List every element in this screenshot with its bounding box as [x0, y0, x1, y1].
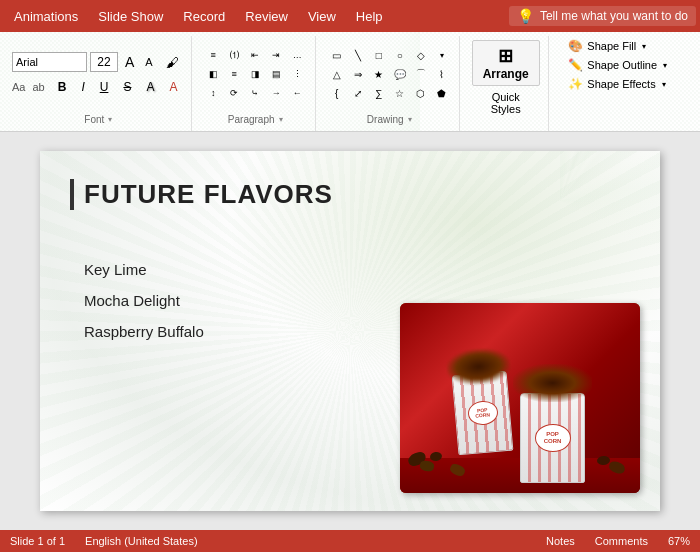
- drawing-section-label: Drawing ▾: [367, 110, 412, 129]
- numbering-btn[interactable]: ⑴: [224, 46, 244, 64]
- shape-extra1[interactable]: ⬡: [411, 84, 431, 102]
- font-family-row: A A 🖌: [12, 52, 185, 73]
- font-aa-label: Aa: [12, 81, 25, 93]
- shape-outline-cmd[interactable]: ✏️ Shape Outline ▾: [565, 57, 670, 73]
- bullet-1: Key Lime: [84, 261, 204, 278]
- star-tool[interactable]: ★: [369, 65, 389, 83]
- decrease-font-btn[interactable]: A: [141, 55, 156, 69]
- menu-record[interactable]: Record: [173, 5, 235, 28]
- menu-bar: Animations Slide Show Record Review View…: [0, 0, 700, 32]
- drawing-grid: ▭ ╲ □ ○ ◇ ▾ △ ⇒ ★ 💬 ⌒ ⌇ { ⤢ ∑ ☆ ⬡ ⬟: [327, 46, 452, 102]
- oval-tool[interactable]: ○: [390, 46, 410, 64]
- font-style-row: Aa ab B I U S A A: [12, 77, 183, 97]
- ribbon: A A 🖌 Aa ab B I U S A A Font ▾ ≡: [0, 32, 700, 132]
- align-center-btn[interactable]: ≡: [224, 65, 244, 83]
- popcorn-image: POPCORN POPCORN: [400, 303, 640, 493]
- italic-btn[interactable]: I: [75, 77, 90, 97]
- justify-btn[interactable]: ▤: [266, 65, 286, 83]
- action-tool[interactable]: ☆: [390, 84, 410, 102]
- comments-btn[interactable]: Comments: [595, 535, 648, 547]
- connector-tool[interactable]: ⤢: [348, 84, 368, 102]
- popcorn-label-right: POPCORN: [535, 424, 571, 452]
- curve-tool[interactable]: ⌒: [411, 65, 431, 83]
- lightbulb-icon: 💡: [517, 8, 534, 24]
- align-right-btn[interactable]: ◨: [245, 65, 265, 83]
- ribbon-shape-section: 🎨 Shape Fill ▾ ✏️ Shape Outline ▾ ✨ Shap…: [553, 36, 683, 131]
- shape-outline-icon: ✏️: [568, 58, 583, 72]
- arrange-controls: ⊞ Arrange Quick Styles: [470, 38, 542, 120]
- shape-effects-label: Shape Effects: [587, 78, 655, 90]
- shape-effects-cmd[interactable]: ✨ Shape Effects ▾: [565, 76, 670, 92]
- font-color-btn[interactable]: A: [163, 77, 183, 97]
- para-more-btn[interactable]: …: [287, 46, 307, 64]
- slide-title: FUTURE FLAVORS: [84, 179, 333, 210]
- shape-extra2[interactable]: ⬟: [432, 84, 452, 102]
- shape-effects-icon: ✨: [568, 77, 583, 91]
- bullet-3: Raspberry Buffalo: [84, 323, 204, 340]
- bracket-tool[interactable]: {: [327, 84, 347, 102]
- more-shapes-btn[interactable]: ▾: [432, 46, 452, 64]
- slide-canvas[interactable]: FUTURE FLAVORS Key Lime Mocha Delight Ra…: [40, 151, 660, 511]
- smartart-btn[interactable]: ⟳: [224, 84, 244, 102]
- paragraph-section-label: Paragraph ▾: [228, 110, 283, 129]
- clear-format-btn[interactable]: 🖌: [160, 52, 185, 73]
- menu-animations[interactable]: Animations: [4, 5, 88, 28]
- font-size-input[interactable]: [90, 52, 118, 72]
- bold-btn[interactable]: B: [52, 77, 73, 97]
- callout-tool[interactable]: 💬: [390, 65, 410, 83]
- slide-area: FUTURE FLAVORS Key Lime Mocha Delight Ra…: [0, 132, 700, 530]
- shape-effects-arrow[interactable]: ▾: [662, 80, 666, 89]
- shape-fill-label: Shape Fill: [587, 40, 636, 52]
- underline-btn[interactable]: U: [94, 77, 115, 97]
- quick-styles-btn[interactable]: Quick Styles: [484, 88, 528, 118]
- menu-review[interactable]: Review: [235, 5, 298, 28]
- status-bar: Slide 1 of 1 English (United States) Not…: [0, 530, 700, 552]
- shadow-btn[interactable]: A: [140, 77, 160, 97]
- increase-font-btn[interactable]: A: [121, 53, 138, 71]
- menu-view[interactable]: View: [298, 5, 346, 28]
- shape-outline-arrow[interactable]: ▾: [663, 61, 667, 70]
- freeform-tool[interactable]: ⌇: [432, 65, 452, 83]
- shape-commands: 🎨 Shape Fill ▾ ✏️ Shape Outline ▾ ✨ Shap…: [565, 38, 670, 92]
- para-expand-icon[interactable]: ▾: [279, 115, 283, 124]
- strikethrough-btn[interactable]: S: [117, 77, 137, 97]
- indent-more-btn[interactable]: ⇥: [266, 46, 286, 64]
- select-tool[interactable]: ▭: [327, 46, 347, 64]
- slide-info: Slide 1 of 1: [10, 535, 65, 547]
- rtl-btn[interactable]: →: [266, 84, 286, 102]
- popcorn-box-left: POPCORN: [452, 371, 514, 455]
- shape-fill-cmd[interactable]: 🎨 Shape Fill ▾: [565, 38, 670, 54]
- ltr-btn[interactable]: ←: [287, 84, 307, 102]
- shape-fill-icon: 🎨: [568, 39, 583, 53]
- arrange-btn[interactable]: ⊞ Arrange: [472, 40, 540, 86]
- menu-slideshow[interactable]: Slide Show: [88, 5, 173, 28]
- rect-tool[interactable]: □: [369, 46, 389, 64]
- paragraph-grid: ≡ ⑴ ⇤ ⇥ … ◧ ≡ ◨ ▤ ⋮ ↕ ⟳ ⤷ → ←: [203, 46, 307, 102]
- cols-btn[interactable]: ⋮: [287, 65, 307, 83]
- ribbon-arrange-section: ⊞ Arrange Quick Styles: [464, 36, 549, 131]
- font-expand-icon[interactable]: ▾: [108, 115, 112, 124]
- menu-help[interactable]: Help: [346, 5, 393, 28]
- bullets-btn[interactable]: ≡: [203, 46, 223, 64]
- font-family-input[interactable]: [12, 52, 87, 72]
- ribbon-drawing-section: ▭ ╲ □ ○ ◇ ▾ △ ⇒ ★ 💬 ⌒ ⌇ { ⤢ ∑ ☆ ⬡ ⬟ Draw: [320, 36, 460, 131]
- slide-title-bar: FUTURE FLAVORS: [70, 179, 333, 210]
- popcorn-scene: POPCORN POPCORN: [400, 303, 640, 493]
- line-spacing-btn[interactable]: ↕: [203, 84, 223, 102]
- font-section-label: Font ▾: [84, 110, 112, 129]
- slide-bullets: Key Lime Mocha Delight Raspberry Buffalo: [84, 261, 204, 340]
- arrow-tool[interactable]: ⇒: [348, 65, 368, 83]
- ribbon-paragraph-section: ≡ ⑴ ⇤ ⇥ … ◧ ≡ ◨ ▤ ⋮ ↕ ⟳ ⤷ → ← Paragraph …: [196, 36, 316, 131]
- line-tool[interactable]: ╲: [348, 46, 368, 64]
- equation-tool[interactable]: ∑: [369, 84, 389, 102]
- shape-fill-arrow[interactable]: ▾: [642, 42, 646, 51]
- shape1-tool[interactable]: ◇: [411, 46, 431, 64]
- triangle-tool[interactable]: △: [327, 65, 347, 83]
- notes-btn[interactable]: Notes: [546, 535, 575, 547]
- tell-me-search[interactable]: 💡 Tell me what you want to do: [509, 6, 696, 26]
- drawing-expand-icon[interactable]: ▾: [408, 115, 412, 124]
- indent-less-btn[interactable]: ⇤: [245, 46, 265, 64]
- convert-btn[interactable]: ⤷: [245, 84, 265, 102]
- search-placeholder-text: Tell me what you want to do: [540, 9, 688, 23]
- align-left-btn[interactable]: ◧: [203, 65, 223, 83]
